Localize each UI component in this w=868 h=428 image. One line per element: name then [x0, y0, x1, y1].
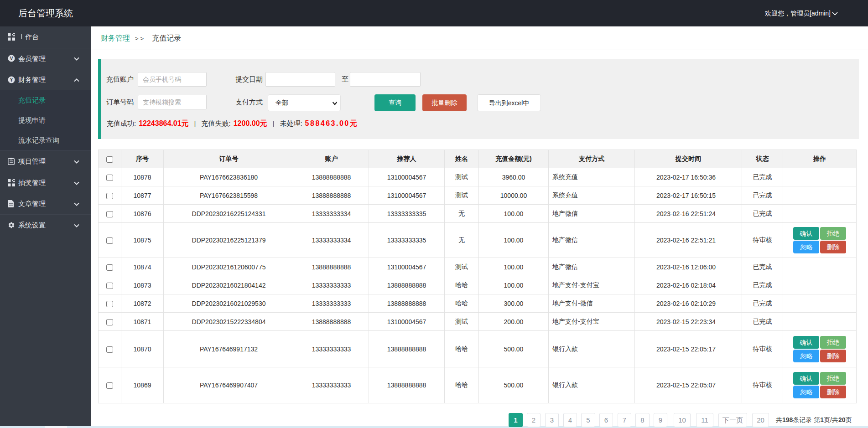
svg-text:¥: ¥	[10, 77, 13, 83]
svg-text:V: V	[10, 56, 13, 61]
